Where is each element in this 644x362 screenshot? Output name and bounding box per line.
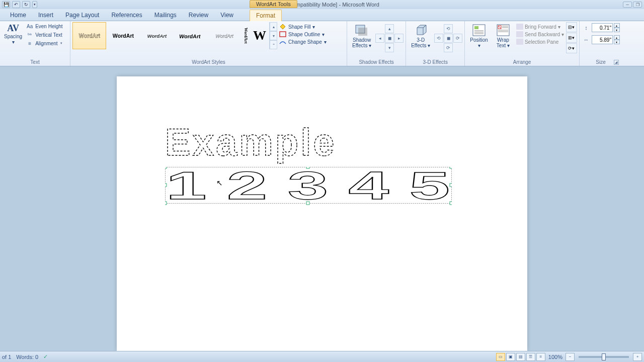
undo-icon[interactable]: ↶ (12, 1, 20, 8)
wordart-style-3[interactable]: WordArt (140, 22, 174, 49)
zoom-slider[interactable] (579, 356, 629, 358)
wrap-text-label-1: Wrap (497, 37, 509, 43)
zoom-thumb[interactable] (602, 353, 606, 360)
width-spin-up[interactable]: ▴ (614, 35, 620, 40)
gallery-up-icon[interactable]: ▴ (270, 22, 277, 31)
qat-dropdown-icon[interactable]: ▾ (32, 1, 37, 8)
nudge-left-icon[interactable]: ◂ (375, 34, 384, 43)
redo-icon[interactable]: ↻ (22, 1, 30, 8)
rotate-button[interactable]: ⟳▾ (566, 43, 577, 53)
tilt-up-icon[interactable]: ⟲ (444, 24, 453, 33)
height-row: ↕ ▴▾ (582, 22, 620, 33)
vertical-text-label: Vertical Text (35, 32, 62, 38)
wordart-numbers[interactable]: 1 2 3 4 5 (165, 167, 452, 207)
proofing-icon[interactable]: ✓ (43, 353, 48, 360)
page-status[interactable]: of 1 (2, 354, 11, 360)
save-icon[interactable]: 💾 (2, 1, 10, 8)
spacing-button[interactable]: AV Spacing ▾ (2, 22, 24, 46)
chevron-down-icon: ▾ (312, 24, 315, 30)
zoom-out-button[interactable]: − (566, 353, 575, 361)
change-shape-button[interactable]: Change Shape ▾ (278, 38, 328, 45)
minimize-button[interactable]: ─ (623, 2, 632, 8)
width-input[interactable] (592, 35, 613, 44)
wordart-tools-contextual-tab[interactable]: WordArt Tools (250, 0, 297, 8)
svg-rect-7 (358, 28, 367, 36)
wordart-example[interactable]: Example (165, 124, 450, 166)
wrap-text-button[interactable]: Wrap Text ▾ (492, 22, 514, 49)
shadow-toggle-icon[interactable]: ◼ (385, 34, 394, 43)
height-icon: ↕ (582, 24, 591, 32)
restore-button[interactable]: ❐ (633, 2, 642, 8)
outline-view[interactable]: ☰ (526, 353, 535, 361)
tab-insert[interactable]: Insert (32, 10, 59, 21)
chevron-down-icon: ▾ (322, 32, 325, 37)
wordart-style-vertical[interactable]: WordArt (241, 22, 250, 49)
shadow-icon (354, 23, 370, 37)
vertical-text-button[interactable]: ᵇᵃ Vertical Text (25, 31, 63, 39)
tilt-down-icon[interactable]: ⟳ (444, 43, 453, 52)
group-wordart-styles: WordArt WordArt WordArt WordArt WordArt … (70, 21, 347, 66)
width-icon: ↔ (582, 36, 591, 44)
position-button[interactable]: Position ▾ (467, 22, 491, 49)
wordart-style-4[interactable]: WordArt (174, 22, 207, 49)
wordart-gallery[interactable]: WordArt WordArt WordArt WordArt WordArt … (72, 22, 277, 49)
width-row: ↔ ▴▾ (582, 34, 620, 45)
even-height-icon: Aa (26, 23, 33, 30)
chevron-down-icon: ▾ (12, 39, 15, 45)
even-height-label: Even Height (35, 24, 62, 29)
wordart-style-1[interactable]: WordArt (72, 22, 106, 49)
chevron-down-icon: ▾ (324, 39, 327, 45)
ribbon: AV Spacing ▾ Aa Even Height ᵇᵃ Vertical … (0, 21, 644, 66)
wordart-edit-text[interactable]: W (250, 22, 269, 49)
tab-mailings[interactable]: Mailings (148, 10, 183, 21)
tab-view[interactable]: View (214, 10, 239, 21)
bring-forward-button[interactable]: Bring Forward▾ (515, 23, 565, 30)
height-spin-up[interactable]: ▴ (614, 23, 620, 28)
wordart-style-5[interactable]: WordArt (207, 22, 241, 49)
shape-outline-button[interactable]: Shape Outline ▾ (278, 31, 328, 38)
send-backward-button[interactable]: Send Backward▾ (515, 31, 565, 38)
tilt-left-icon[interactable]: ⟲ (434, 34, 443, 43)
tab-format[interactable]: Format (250, 10, 282, 21)
paint-bucket-icon (279, 24, 286, 30)
draft-view[interactable]: ≡ (536, 353, 545, 361)
gallery-down-icon[interactable]: ▾ (270, 31, 277, 40)
tab-page-layout[interactable]: Page Layout (59, 10, 105, 21)
word-count[interactable]: Words: 0 (16, 354, 38, 360)
gallery-more-icon[interactable]: ⁼ (270, 40, 277, 49)
title-bar: 💾 ↶ ↻ ▾ example [Compatibility Mode] - M… (0, 0, 644, 9)
group-objects-button[interactable]: ⊞▾ (566, 33, 577, 43)
arrange-list: Bring Forward▾ Send Backward▾ Selection … (515, 22, 565, 45)
tilt-right-icon[interactable]: ⟳ (453, 34, 462, 43)
tab-review[interactable]: Review (183, 10, 214, 21)
tab-home[interactable]: Home (4, 10, 32, 21)
document-area[interactable]: Example 1 2 3 4 5 ↖ (0, 66, 644, 351)
nudge-right-icon[interactable]: ▸ (394, 34, 404, 43)
nudge-up-icon[interactable]: ▴ (385, 24, 394, 33)
height-spin-down[interactable]: ▾ (614, 28, 620, 32)
alignment-button[interactable]: ≡ Alignment ▾ (25, 39, 63, 47)
zoom-in-button[interactable]: + (633, 353, 642, 361)
zoom-level[interactable]: 100% (548, 354, 562, 360)
full-screen-view[interactable]: ▣ (506, 353, 515, 361)
nudge-down-icon[interactable]: ▾ (385, 43, 394, 52)
shape-fill-button[interactable]: Shape Fill ▾ (278, 23, 328, 30)
web-layout-view[interactable]: ▤ (516, 353, 525, 361)
size-dialog-launcher[interactable]: ◢ (614, 60, 619, 65)
page[interactable]: Example 1 2 3 4 5 ↖ (117, 76, 527, 351)
align-button[interactable]: ⊟▾ (566, 22, 577, 32)
shape-fill-label: Shape Fill (288, 24, 310, 30)
even-height-button[interactable]: Aa Even Height (25, 22, 63, 30)
print-layout-view[interactable]: ▭ (496, 353, 505, 361)
3d-toggle-icon[interactable]: ◼ (444, 34, 453, 43)
width-spin-down[interactable]: ▾ (614, 40, 620, 44)
cube-icon (413, 23, 429, 37)
shadow-effects-button[interactable]: Shadow Effects ▾ (349, 22, 374, 49)
selection-pane-button[interactable]: Selection Pane (515, 38, 565, 45)
3d-effects-button[interactable]: 3-D Effects ▾ (408, 22, 433, 49)
wordart-style-2[interactable]: WordArt (106, 22, 140, 49)
arrange-side-buttons: ⊟▾ ⊞▾ ⟳▾ (566, 22, 577, 53)
height-input[interactable] (592, 23, 613, 32)
svg-text:WordArt: WordArt (78, 33, 100, 39)
tab-references[interactable]: References (105, 10, 148, 21)
